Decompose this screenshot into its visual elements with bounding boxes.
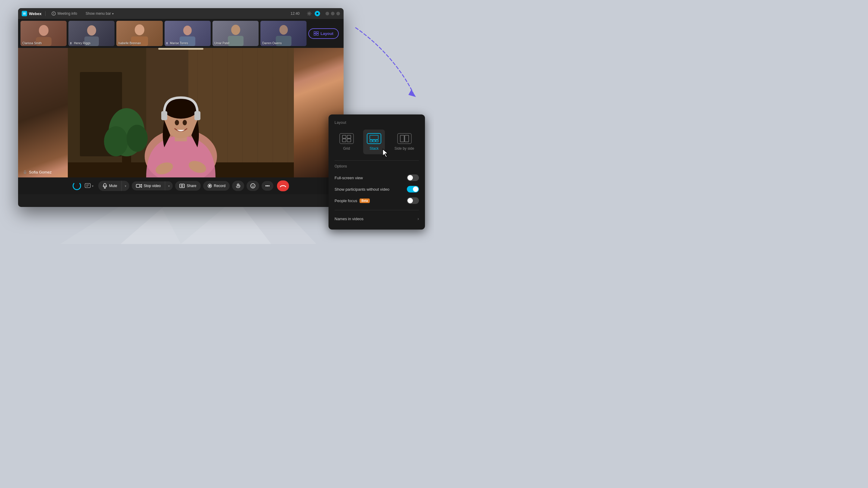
beta-badge: Beta (360, 198, 370, 203)
app-content: Clarissa Smith 🎙 Henry Riggs (18, 19, 344, 207)
grid-label: Grid (343, 147, 350, 151)
stop-video-button[interactable]: Stop video (132, 181, 165, 190)
webex-logo: W Webex (22, 11, 41, 16)
svg-point-45 (175, 120, 179, 125)
show-participants-toggle[interactable] (407, 186, 419, 193)
messenger-area[interactable]: ▾ (85, 183, 93, 189)
names-in-videos-option[interactable]: Names in videos › (335, 214, 419, 224)
svg-point-8 (39, 25, 49, 36)
svg-rect-68 (342, 139, 346, 142)
layout-panel: Layout Grid (329, 115, 425, 230)
full-screen-toggle[interactable] (407, 174, 419, 181)
svg-point-60 (181, 185, 183, 187)
svg-rect-55 (104, 184, 106, 187)
svg-rect-59 (180, 184, 184, 188)
end-call-button[interactable] (277, 181, 289, 191)
participant-thumb-5[interactable]: Umar Patel (213, 21, 258, 46)
participant-thumb-6[interactable]: Darren Owens (260, 21, 307, 46)
maximize-button[interactable] (331, 12, 335, 15)
stop-video-chevron[interactable]: ▾ (165, 182, 173, 190)
svg-rect-39 (158, 48, 204, 50)
participant-name-6: Darren Owens (262, 41, 281, 45)
layout-button[interactable]: Layout (308, 28, 339, 39)
svg-rect-52 (85, 184, 90, 188)
layout-button-label: Layout (320, 31, 333, 36)
reactions-button[interactable] (247, 181, 259, 191)
layout-option-grid[interactable]: Grid (336, 130, 358, 154)
svg-rect-73 (376, 140, 378, 142)
close-button[interactable] (336, 12, 340, 15)
chevron-down-icon: ▾ (92, 184, 93, 188)
layout-option-stack[interactable]: Stack (363, 130, 385, 154)
title-bar-divider (45, 11, 45, 16)
svg-rect-67 (347, 135, 351, 138)
show-participants-option: Show participants without video (335, 184, 419, 195)
side-by-side-layout-icon (397, 133, 412, 144)
svg-point-62 (209, 185, 211, 187)
settings-icon[interactable] (306, 10, 313, 17)
svg-point-37 (104, 126, 128, 156)
svg-rect-23 (317, 34, 318, 36)
record-icon (207, 184, 212, 188)
participant-thumb-3[interactable]: Isabelle Brennan (116, 21, 162, 46)
participant-thumb-4[interactable]: 🎙 Marise Torres (164, 21, 211, 46)
svg-rect-75 (405, 135, 409, 142)
svg-marker-76 (408, 90, 416, 97)
layout-option-side-by-side[interactable]: Side by side (391, 130, 418, 154)
loading-spinner (73, 182, 81, 190)
options-title: Options (335, 164, 419, 168)
control-bar: ▾ Mute ▾ (18, 177, 344, 194)
svg-rect-47 (161, 111, 167, 120)
speaker-name: Sofia Gomez (29, 170, 52, 174)
svg-point-12 (135, 24, 144, 35)
chevron-down-icon: ▾ (112, 12, 114, 15)
more-label: ••• (265, 184, 270, 188)
svg-point-64 (252, 185, 253, 186)
side-by-side-label: Side by side (395, 147, 414, 151)
layout-panel-title: Layout (335, 121, 419, 125)
svg-point-38 (127, 125, 148, 152)
record-button[interactable]: Record (203, 181, 230, 191)
meeting-info-label: Meeting info (58, 11, 77, 16)
mute-label: Mute (109, 184, 117, 188)
window-controls (326, 12, 340, 15)
share-button[interactable]: Share (175, 181, 200, 191)
participant-name-4: Marise Torres (170, 41, 188, 45)
mute-control[interactable]: Mute ▾ (98, 181, 129, 191)
layout-options: Grid Stack Side by side (335, 130, 419, 154)
svg-rect-70 (370, 135, 378, 139)
video-icon (136, 184, 142, 188)
room-background (18, 48, 344, 177)
show-menu-button[interactable]: Show menu bar ▾ (83, 10, 116, 17)
full-screen-label: Full-screen view (335, 175, 363, 180)
stack-label: Stack (370, 147, 378, 151)
raise-hand-button[interactable] (232, 181, 244, 191)
svg-point-16 (231, 25, 240, 35)
participant-thumb-1[interactable]: Clarissa Smith (21, 21, 67, 46)
people-focus-toggle[interactable] (407, 197, 419, 204)
mute-chevron[interactable]: ▾ (122, 182, 129, 190)
meeting-info-button[interactable]: Meeting info (49, 10, 80, 17)
svg-point-14 (183, 26, 192, 35)
svg-rect-74 (400, 135, 404, 142)
title-bar: W Webex Meeting info Show menu bar ▾ 12:… (18, 8, 344, 19)
svg-point-18 (279, 25, 288, 35)
participant-strip: Clarissa Smith 🎙 Henry Riggs (18, 19, 344, 48)
participant-name-3: Isabelle Brennan (118, 41, 141, 45)
mute-button[interactable]: Mute (98, 181, 122, 191)
stop-video-label: Stop video (144, 184, 161, 188)
svg-rect-21 (317, 32, 318, 33)
minimize-button[interactable] (326, 12, 329, 15)
more-options-button[interactable]: ••• (261, 181, 273, 191)
participant-thumb-2[interactable]: 🎙 Henry Riggs (68, 21, 115, 46)
svg-point-46 (183, 120, 187, 125)
stop-video-control[interactable]: Stop video ▾ (132, 181, 173, 190)
people-focus-option: People focus Beta (335, 195, 419, 206)
svg-rect-69 (347, 139, 351, 142)
svg-rect-66 (342, 135, 346, 138)
info-icon (52, 11, 56, 16)
end-call-icon (280, 184, 286, 187)
svg-rect-71 (370, 140, 372, 142)
record-label: Record (214, 184, 226, 188)
app-window: W Webex Meeting info Show menu bar ▾ 12:… (18, 8, 344, 207)
